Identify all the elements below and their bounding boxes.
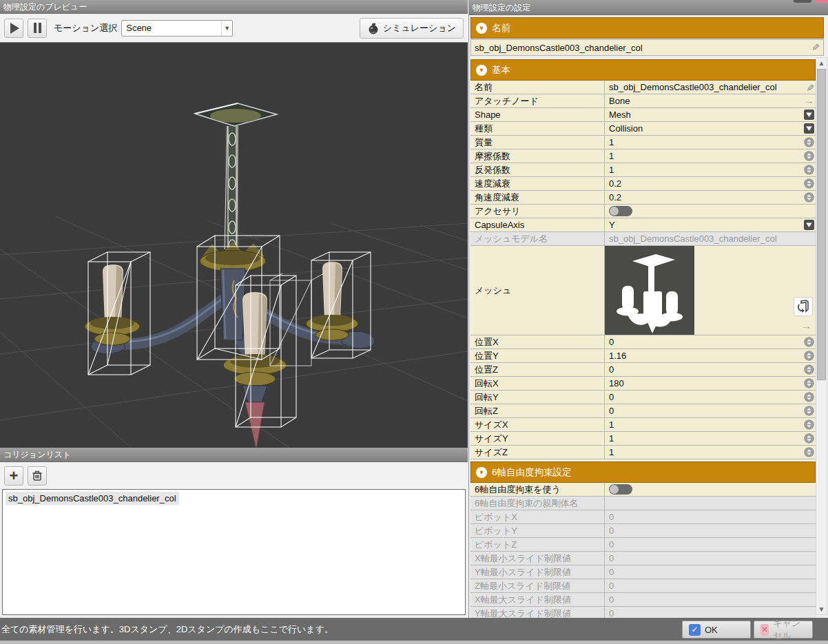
- property-label: アタッチノード: [470, 94, 605, 107]
- property-label: 位置Z: [470, 363, 605, 376]
- spinner-icon[interactable]: [804, 137, 814, 147]
- property-value[interactable]: [605, 483, 816, 496]
- spinner-icon[interactable]: [804, 151, 814, 161]
- property-value[interactable]: 1.16: [605, 349, 816, 362]
- spinner-icon[interactable]: [804, 192, 814, 202]
- property-value[interactable]: 0: [605, 363, 816, 376]
- property-label: サイズZ: [470, 446, 605, 459]
- property-value[interactable]: Bone→: [605, 94, 816, 107]
- property-value[interactable]: 1: [605, 446, 816, 459]
- settings-scrollbar[interactable]: ▲ ▼: [816, 57, 827, 615]
- property-value[interactable]: 1: [605, 149, 816, 163]
- settings-panel-title: 物理設定の設定: [469, 0, 828, 15]
- property-label: X軸最小スライド制限値: [470, 552, 605, 565]
- window-bottom-edge: [0, 641, 828, 644]
- chevron-down-icon: ▼: [221, 21, 232, 36]
- property-value[interactable]: 0: [605, 335, 816, 349]
- toggle-knob: [610, 207, 619, 216]
- property-label: メッシュモデル名: [470, 232, 605, 245]
- scrollbar-down-icon[interactable]: ▼: [816, 604, 827, 614]
- arrow-right-icon[interactable]: →: [804, 96, 814, 106]
- spinner-icon[interactable]: [804, 351, 814, 361]
- collision-listbox[interactable]: sb_obj_DemonsCastle003_chandelier_col: [2, 489, 466, 615]
- property-value[interactable]: 0: [605, 404, 816, 417]
- basic-row-21: サイズZ1: [470, 446, 816, 459]
- property-label: 速度減衰: [470, 177, 605, 190]
- ok-button-label: OK: [705, 625, 718, 635]
- 3d-viewport[interactable]: [0, 43, 468, 448]
- property-value[interactable]: Mesh: [605, 108, 816, 121]
- arrow-right-icon[interactable]: →: [801, 319, 811, 332]
- property-value: 0: [605, 607, 816, 618]
- spinner-icon[interactable]: [804, 364, 814, 375]
- mesh-replace-button[interactable]: [794, 297, 813, 316]
- spinner-icon[interactable]: [804, 433, 814, 444]
- basic-row-18: 回転Z0: [470, 404, 816, 418]
- dropdown-icon[interactable]: [804, 220, 814, 230]
- basic-row-16: 回転X180: [470, 377, 816, 391]
- status-message: 全ての素材管理を行います。3Dスタンプ、2Dスタンプの作成もここで行います。: [1, 623, 333, 636]
- section-header-name-label: 名前: [492, 22, 510, 34]
- property-label: Z軸最小スライド制限値: [470, 579, 605, 592]
- property-value[interactable]: sb_obj_DemonsCastle003_chandelier_col✎: [605, 81, 816, 94]
- property-value[interactable]: →: [605, 246, 816, 335]
- sixdof-row-8: X軸最大スライド制限値0: [470, 593, 816, 607]
- chevron-down-circle-icon: ▼: [476, 23, 487, 34]
- sixdof-row-6: Y軸最小スライド制限値0: [470, 565, 816, 579]
- chevron-down-circle-icon: ▼: [476, 467, 487, 478]
- toggle-off[interactable]: [609, 484, 632, 495]
- scrollbar-thumb[interactable]: [817, 69, 826, 380]
- scrollbar-up-icon[interactable]: ▲: [816, 58, 827, 68]
- property-value[interactable]: 1: [605, 432, 816, 445]
- spinner-icon[interactable]: [804, 419, 814, 430]
- property-value[interactable]: 1: [605, 418, 816, 431]
- basic-row-20: サイズY1: [470, 432, 816, 446]
- name-field[interactable]: sb_obj_DemonsCastle003_chandelier_col ✎: [470, 39, 824, 56]
- property-value[interactable]: 0: [605, 391, 816, 404]
- ok-button[interactable]: ✓ OK: [682, 621, 751, 638]
- pause-button[interactable]: [28, 19, 47, 38]
- property-label: CapsuleAxis: [470, 218, 605, 231]
- spinner-icon[interactable]: [804, 447, 814, 457]
- add-collision-button[interactable]: +: [4, 466, 23, 486]
- mesh-thumbnail[interactable]: [605, 246, 694, 335]
- simulation-button[interactable]: シミュレーション: [360, 18, 464, 39]
- spinner-icon[interactable]: [804, 337, 814, 347]
- basic-row-14: 位置Y1.16: [470, 349, 816, 363]
- section-header-name[interactable]: ▼ 名前: [470, 17, 824, 39]
- sixdof-row-1: 6軸自由度拘束の親剛体名: [470, 497, 816, 510]
- spinner-icon[interactable]: [804, 178, 814, 189]
- property-value: 0: [605, 538, 816, 551]
- property-value[interactable]: 1: [605, 136, 816, 149]
- property-label: Shape: [470, 108, 605, 121]
- cancel-button[interactable]: ✕ キャンセル: [754, 621, 813, 638]
- section-header-basic[interactable]: ▼ 基本: [470, 59, 816, 81]
- property-value[interactable]: 180: [605, 377, 816, 390]
- property-value[interactable]: [605, 205, 816, 218]
- toggle-off[interactable]: [609, 206, 632, 216]
- spinner-icon[interactable]: [804, 406, 814, 416]
- spinner-icon[interactable]: [804, 392, 814, 402]
- delete-collision-button[interactable]: [28, 466, 47, 486]
- section-header-sixdof[interactable]: ▼ 6軸自由度拘束設定: [470, 461, 816, 483]
- property-value[interactable]: 0.2: [605, 177, 816, 190]
- spinner-icon[interactable]: [804, 165, 814, 175]
- edit-pencil-icon[interactable]: ✎: [804, 82, 814, 92]
- property-value[interactable]: Y: [605, 218, 816, 231]
- property-value[interactable]: 0.2: [605, 191, 816, 204]
- status-bar: 全ての素材管理を行います。3Dスタンプ、2Dスタンプの作成もここで行います。 ✓…: [0, 618, 828, 641]
- property-label: 回転Z: [470, 404, 605, 417]
- motion-select-dropdown[interactable]: Scene ▼: [121, 20, 233, 37]
- collision-list-item[interactable]: sb_obj_DemonsCastle003_chandelier_col: [6, 492, 179, 505]
- play-button[interactable]: [4, 19, 23, 38]
- dropdown-icon[interactable]: [804, 110, 814, 120]
- chevron-down-circle-icon: ▼: [476, 65, 487, 76]
- property-value[interactable]: 1: [605, 163, 816, 176]
- property-value: 0: [605, 510, 816, 523]
- property-value[interactable]: Collision: [605, 122, 816, 135]
- close-icon: ✕: [760, 624, 769, 636]
- sixdof-rows-group: 6軸自由度拘束を使う6軸自由度拘束の親剛体名ピボットX0ピボットY0ピボットZ0…: [470, 483, 816, 618]
- property-value: 0: [605, 593, 816, 606]
- dropdown-icon[interactable]: [804, 123, 814, 134]
- spinner-icon[interactable]: [804, 378, 814, 388]
